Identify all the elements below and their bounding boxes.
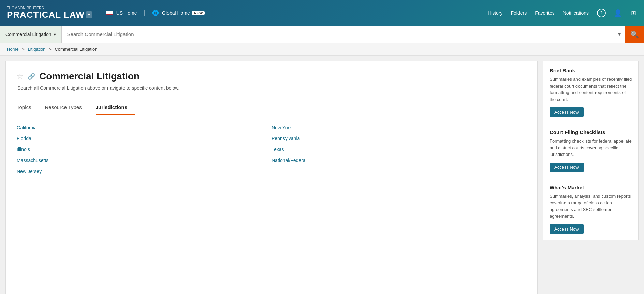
jurisdiction-new-jersey[interactable]: New Jersey (17, 168, 272, 174)
search-icon: 🔍 (630, 30, 639, 39)
tab-resource-types[interactable]: Resource Types (45, 100, 90, 115)
search-bar: Commercial Litigation ▾ ▾ 🔍 (0, 26, 644, 43)
user-icon[interactable]: 👤 (614, 9, 621, 17)
favorites-link[interactable]: Favorites (535, 10, 555, 16)
logo-block: THOMSON REUTERS PRACTICAL LAW ▾ (7, 6, 92, 20)
brief-bank-title: Brief Bank (550, 68, 632, 73)
sidebar-card-court-filing: Court Filing Checklists Formatting check… (543, 123, 639, 178)
logo-dropdown-button[interactable]: ▾ (86, 11, 92, 18)
court-filing-title: Court Filing Checklists (550, 129, 632, 135)
breadcrumb-home[interactable]: Home (7, 47, 19, 52)
copy-link-icon[interactable]: 🔗 (28, 73, 35, 80)
search-category-button[interactable]: Commercial Litigation ▾ (0, 26, 62, 43)
folders-link[interactable]: Folders (511, 10, 527, 16)
jurisdiction-grid: California Florida Illinois Massachusett… (17, 125, 526, 174)
breadcrumb-sep-1: > (22, 47, 26, 52)
favorite-star-icon[interactable]: ☆ (17, 72, 24, 81)
court-filing-access-button[interactable]: Access Now (550, 163, 584, 172)
header-left: THOMSON REUTERS PRACTICAL LAW ▾ US Home … (7, 6, 205, 20)
brand-top: THOMSON REUTERS (7, 6, 92, 10)
jurisdiction-col-1: California Florida Illinois Massachusett… (17, 125, 272, 174)
jurisdiction-california[interactable]: California (17, 125, 272, 130)
court-filing-desc: Formatting checklists for federal appell… (550, 138, 632, 158)
notifications-link[interactable]: Notifications (563, 10, 589, 16)
header: THOMSON REUTERS PRACTICAL LAW ▾ US Home … (0, 0, 644, 26)
help-icon[interactable]: ? (597, 9, 606, 17)
jurisdiction-massachusetts[interactable]: Massachusetts (17, 158, 272, 163)
search-input[interactable] (62, 26, 614, 43)
sidebar-card-whats-market: What's Market Summaries, analysis, and c… (543, 178, 639, 240)
breadcrumb-sep-2: > (49, 47, 53, 52)
jurisdiction-national-federal[interactable]: National/Federal (272, 158, 526, 163)
breadcrumb: Home > Litigation > Commercial Litigatio… (0, 43, 644, 56)
jurisdiction-texas[interactable]: Texas (272, 147, 526, 152)
us-flag-icon (106, 11, 113, 15)
search-dropdown-button[interactable]: ▾ (614, 31, 625, 38)
breadcrumb-litigation[interactable]: Litigation (28, 47, 46, 52)
breadcrumb-current: Commercial Litigation (55, 47, 97, 52)
sidebar: Brief Bank Summaries and examples of rec… (543, 61, 639, 294)
tab-topics[interactable]: Topics (17, 100, 40, 115)
page-title: Commercial Litigation (39, 71, 140, 82)
header-right: History Folders Favorites Notifications … (488, 9, 637, 17)
search-submit-button[interactable]: 🔍 (625, 26, 644, 43)
page-subtitle: Search all Commercial Litigation above o… (17, 85, 526, 91)
tab-jurisdictions[interactable]: Jurisdictions (96, 100, 135, 115)
brief-bank-desc: Summaries and examples of recently filed… (550, 76, 632, 103)
tabs: Topics Resource Types Jurisdictions (17, 100, 526, 115)
new-badge: NEW (192, 11, 205, 15)
chevron-down-icon: ▾ (54, 32, 56, 37)
brief-bank-access-button[interactable]: Access Now (550, 107, 584, 117)
whats-market-access-button[interactable]: Access Now (550, 224, 584, 234)
jurisdiction-florida[interactable]: Florida (17, 136, 272, 141)
main-layout: ☆ 🔗 Commercial Litigation Search all Com… (0, 56, 644, 294)
jurisdiction-new-york[interactable]: New York (272, 125, 526, 130)
whats-market-desc: Summaries, analysis, and custom reports … (550, 193, 632, 220)
globe-icon: 🌐 (152, 10, 159, 16)
sidebar-card-brief-bank: Brief Bank Summaries and examples of rec… (543, 61, 639, 123)
brand-bottom: PRACTICAL LAW (7, 10, 85, 20)
us-home-link[interactable]: US Home (106, 10, 137, 16)
main-content: ☆ 🔗 Commercial Litigation Search all Com… (5, 61, 538, 294)
jurisdiction-col-2: New York Pennsylvania Texas National/Fed… (272, 125, 526, 174)
global-home-link[interactable]: 🌐 Global Home NEW (152, 10, 205, 16)
jurisdiction-pennsylvania[interactable]: Pennsylvania (272, 136, 526, 141)
jurisdiction-illinois[interactable]: Illinois (17, 147, 272, 152)
page-title-row: ☆ 🔗 Commercial Litigation (17, 71, 526, 82)
whats-market-title: What's Market (550, 185, 632, 190)
apps-icon[interactable]: ⊞ (630, 9, 637, 17)
history-link[interactable]: History (488, 10, 503, 16)
nav-divider-2: | (144, 9, 145, 16)
